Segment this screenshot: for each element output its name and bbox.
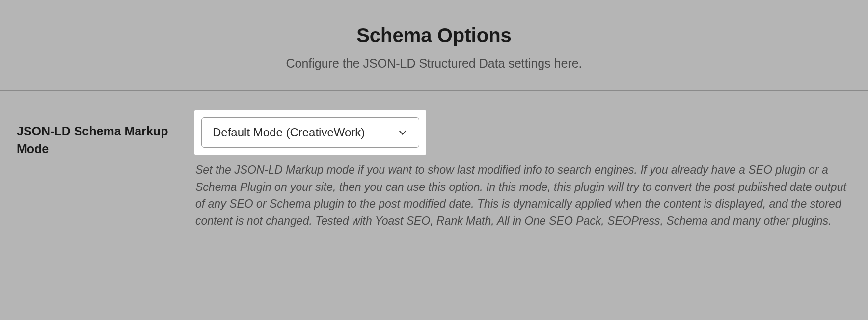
setting-label: JSON-LD Schema Markup Mode (17, 110, 194, 158)
setting-row-schema-mode: JSON-LD Schema Markup Mode Default Mode … (0, 91, 868, 249)
chevron-down-icon (397, 127, 408, 138)
settings-section-header: Schema Options Configure the JSON-LD Str… (0, 0, 868, 91)
setting-help-text: Set the JSON-LD Markup mode if you want … (194, 161, 847, 229)
schema-mode-select[interactable]: Default Mode (CreativeWork) (201, 117, 419, 148)
select-value: Default Mode (CreativeWork) (213, 126, 365, 139)
section-subtitle: Configure the JSON-LD Structured Data se… (20, 56, 848, 71)
section-title: Schema Options (20, 25, 848, 47)
setting-control: Default Mode (CreativeWork) Set the JSON… (194, 110, 851, 229)
select-highlight-wrapper: Default Mode (CreativeWork) (194, 110, 426, 155)
